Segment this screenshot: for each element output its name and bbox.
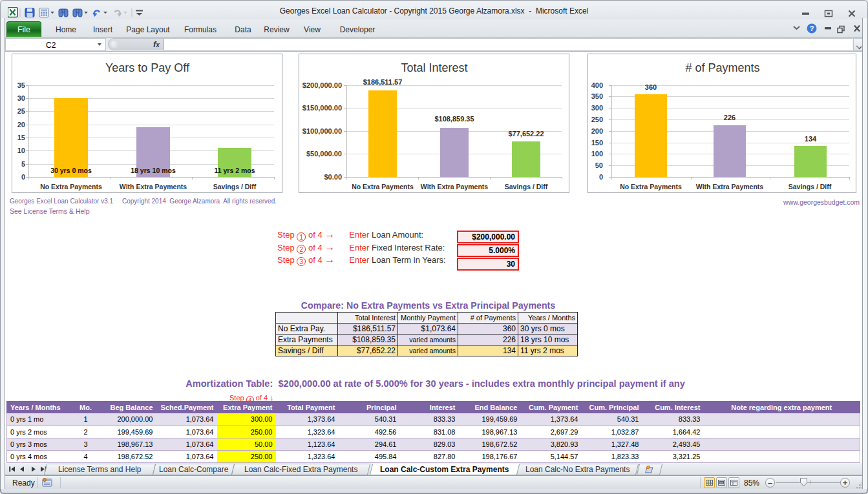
svg-text:?: ?	[810, 25, 814, 32]
